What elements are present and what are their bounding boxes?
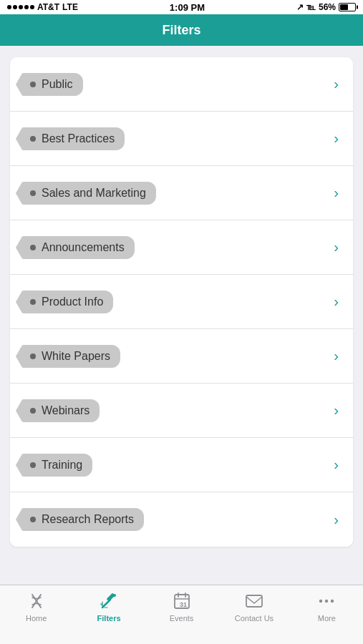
item-tag: Best Practices xyxy=(21,127,125,150)
item-tag: Announcements xyxy=(21,236,135,259)
tag-dot xyxy=(30,408,36,414)
tab-events[interactable]: 31 Events xyxy=(145,591,218,623)
tab-more[interactable]: More xyxy=(291,591,363,623)
tag-dot xyxy=(30,136,36,142)
carrier-label: AT&T xyxy=(37,2,59,12)
item-left: Best Practices xyxy=(21,127,125,150)
tag-dot xyxy=(30,245,36,250)
item-left: Sales and Marketing xyxy=(21,182,156,205)
item-left: Product Info xyxy=(21,291,113,313)
filter-item-best-practices[interactable]: Best Practices › xyxy=(10,112,353,166)
svg-point-14 xyxy=(319,600,322,602)
tag-dot xyxy=(30,82,36,87)
filter-item-label: Best Practices xyxy=(42,132,115,145)
network-label: LTE xyxy=(62,2,78,12)
item-left: Webinars xyxy=(21,399,100,422)
item-tag: Research Reports xyxy=(21,508,144,531)
chevron-right-icon: › xyxy=(334,457,339,473)
svg-text:31: 31 xyxy=(180,601,187,608)
filters-icon xyxy=(99,591,119,611)
svg-point-4 xyxy=(113,594,116,597)
item-left: White Papers xyxy=(21,345,120,368)
filter-item-label: Announcements xyxy=(42,241,125,254)
chevron-right-icon: › xyxy=(334,130,339,147)
filter-item-label: Training xyxy=(42,459,82,472)
chevron-right-icon: › xyxy=(334,402,339,419)
filter-item-public[interactable]: Public › xyxy=(10,57,353,112)
tag-dot xyxy=(30,353,36,359)
filter-item-white-papers[interactable]: White Papers › xyxy=(10,329,353,384)
tag-dot xyxy=(30,517,36,522)
chevron-right-icon: › xyxy=(334,185,339,201)
tab-home-label: Home xyxy=(26,614,47,623)
signal-icon xyxy=(7,5,34,9)
contact-icon xyxy=(244,591,264,611)
item-tag: Public xyxy=(21,73,83,96)
chevron-right-icon: › xyxy=(334,512,339,528)
chevron-right-icon: › xyxy=(334,293,339,310)
item-tag: Sales and Marketing xyxy=(21,182,156,205)
time-label: 1:09 PM xyxy=(170,2,205,13)
svg-point-15 xyxy=(325,600,328,602)
tab-events-label: Events xyxy=(170,614,194,623)
filter-item-label: Product Info xyxy=(42,296,103,308)
item-tag: Webinars xyxy=(21,399,100,422)
filter-item-product-info[interactable]: Product Info › xyxy=(10,275,353,329)
filter-item-webinars[interactable]: Webinars › xyxy=(10,384,353,438)
item-left: Announcements xyxy=(21,236,135,259)
filter-item-label: Public xyxy=(42,78,73,91)
svg-rect-13 xyxy=(246,595,262,607)
status-bar: AT&T LTE 1:09 PM ↗ ℡ 56% xyxy=(0,0,363,14)
tab-contact[interactable]: Contact Us xyxy=(218,591,290,623)
filter-item-sales-marketing[interactable]: Sales and Marketing › xyxy=(10,166,353,220)
item-tag: Product Info xyxy=(21,291,113,313)
tab-contact-label: Contact Us xyxy=(235,614,274,623)
tab-bar: Home Filters 31 Events xyxy=(0,585,363,644)
tab-filters[interactable]: Filters xyxy=(72,591,145,623)
filter-item-training[interactable]: Training › xyxy=(10,438,353,492)
svg-point-16 xyxy=(331,600,334,602)
item-left: Research Reports xyxy=(21,508,144,531)
item-left: Training xyxy=(21,454,92,477)
chevron-right-icon: › xyxy=(334,348,339,364)
battery-icon xyxy=(339,3,356,11)
filter-item-announcements[interactable]: Announcements › xyxy=(10,220,353,275)
filter-item-label: Webinars xyxy=(42,404,89,417)
chevron-right-icon: › xyxy=(334,76,339,92)
filter-list-scroll[interactable]: Public › Best Practices › Sales and Mark… xyxy=(0,46,363,585)
page-title: Filters xyxy=(162,23,200,38)
filter-item-label: Sales and Marketing xyxy=(42,187,146,200)
status-right: ↗ ℡ 56% xyxy=(296,2,356,12)
bluetooth-icon: ℡ xyxy=(306,2,316,12)
filter-list: Public › Best Practices › Sales and Mark… xyxy=(10,57,353,547)
location-icon: ↗ xyxy=(296,2,304,12)
tag-dot xyxy=(30,299,36,305)
item-tag: Training xyxy=(21,454,92,477)
tag-dot xyxy=(30,462,36,468)
home-icon xyxy=(26,591,47,611)
events-icon: 31 xyxy=(172,591,192,611)
filter-item-research-reports[interactable]: Research Reports › xyxy=(10,492,353,547)
page-header: Filters xyxy=(0,14,363,46)
filter-item-label: White Papers xyxy=(42,350,110,363)
more-icon xyxy=(316,591,337,611)
tab-filters-label: Filters xyxy=(97,614,121,623)
tab-more-label: More xyxy=(318,614,336,623)
tab-home[interactable]: Home xyxy=(0,591,72,623)
item-left: Public xyxy=(21,73,83,96)
filter-item-label: Research Reports xyxy=(42,513,134,526)
status-left: AT&T LTE xyxy=(7,2,78,12)
tag-dot xyxy=(30,190,36,196)
chevron-right-icon: › xyxy=(334,239,339,255)
item-tag: White Papers xyxy=(21,345,120,368)
battery-percent: 56% xyxy=(319,2,336,12)
